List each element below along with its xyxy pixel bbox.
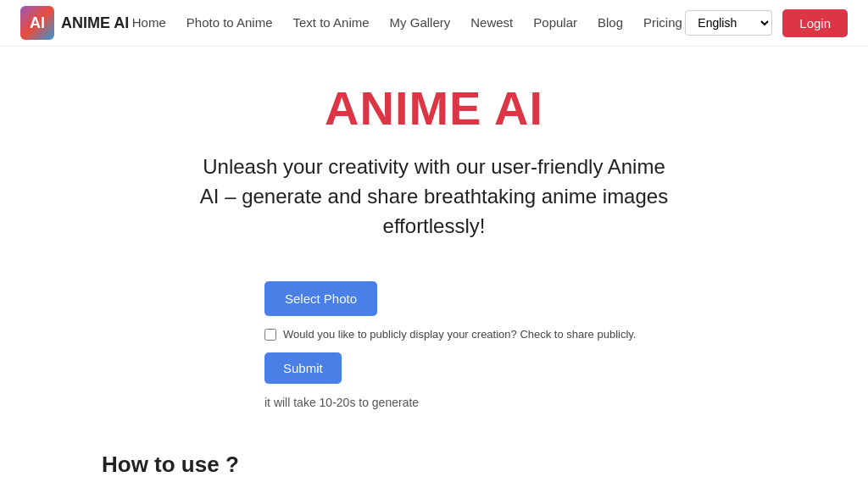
main-content: ANIME AI Unleash your creativity with ou… <box>0 47 868 426</box>
how-to-use-section: How to use ? Sign into your account and … <box>0 435 678 488</box>
nav-item-photo-to-anime[interactable]: Photo to Anime <box>186 15 273 30</box>
nav-item-newest[interactable]: Newest <box>470 15 513 30</box>
brand-logo-icon: AI <box>20 6 54 40</box>
hero-subtitle: Unleash your creativity with our user-fr… <box>197 152 671 241</box>
nav-link-my-gallery[interactable]: My Gallery <box>390 15 451 30</box>
nav-link-popular[interactable]: Popular <box>533 15 577 30</box>
upload-form: Select Photo Would you like to publicly … <box>264 281 688 409</box>
nav-item-popular[interactable]: Popular <box>533 15 577 30</box>
nav-link-home[interactable]: Home <box>132 15 166 30</box>
nav-link-pricing[interactable]: Pricing <box>643 15 682 30</box>
brand-link[interactable]: AI ANIME AI <box>20 6 129 40</box>
how-to-use-heading: How to use ? <box>102 452 661 478</box>
nav-link-blog[interactable]: Blog <box>598 15 623 30</box>
nav-link-photo-to-anime[interactable]: Photo to Anime <box>186 15 273 30</box>
select-photo-button[interactable]: Select Photo <box>264 281 377 316</box>
time-note: it will take 10-20s to generate <box>264 396 419 409</box>
nav-item-home[interactable]: Home <box>132 15 166 30</box>
nav-link-text-to-anime[interactable]: Text to Anime <box>293 15 370 30</box>
nav-item-blog[interactable]: Blog <box>598 15 623 30</box>
submit-button[interactable]: Submit <box>264 352 342 384</box>
navbar: AI ANIME AI Home Photo to Anime Text to … <box>0 0 868 47</box>
hero-title: ANIME AI <box>325 80 543 136</box>
login-button[interactable]: Login <box>782 9 848 37</box>
nav-item-my-gallery[interactable]: My Gallery <box>390 15 451 30</box>
public-display-row: Would you like to publicly display your … <box>264 328 636 341</box>
brand-name: ANIME AI <box>61 14 129 32</box>
nav-item-pricing[interactable]: Pricing <box>643 15 682 30</box>
nav-item-text-to-anime[interactable]: Text to Anime <box>293 15 370 30</box>
nav-menu: Home Photo to Anime Text to Anime My Gal… <box>132 15 682 30</box>
public-display-label: Would you like to publicly display your … <box>283 328 636 341</box>
nav-link-newest[interactable]: Newest <box>470 15 513 30</box>
public-display-checkbox[interactable] <box>264 329 276 341</box>
navbar-right: English Japanese Chinese Spanish Login <box>685 9 848 37</box>
language-select[interactable]: English Japanese Chinese Spanish <box>685 10 772 36</box>
